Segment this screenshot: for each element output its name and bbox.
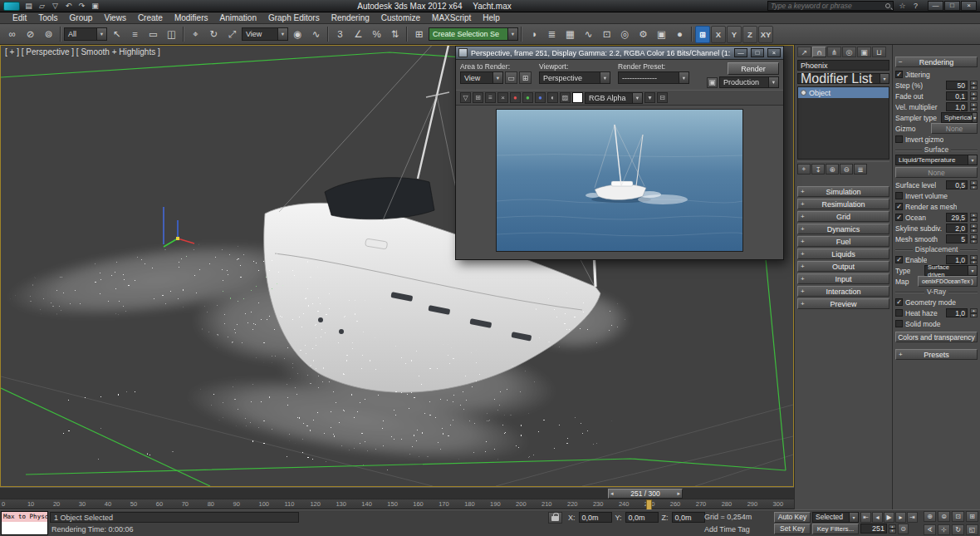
menu-item[interactable]: Group — [64, 12, 99, 23]
chevron-down-icon[interactable]: ▾ — [492, 72, 502, 83]
previous-frame-arrow-icon[interactable]: ◂ — [610, 490, 614, 497]
select-and-rotate-icon[interactable]: ↻ — [205, 26, 223, 43]
chevron-down-icon[interactable]: ▾ — [507, 28, 517, 40]
rollout-header[interactable]: + Output — [797, 261, 889, 272]
3ds-max-application-menu-logo[interactable] — [3, 2, 20, 11]
edit-region-icon[interactable]: ▭ — [505, 71, 517, 84]
selection-filter-dropdown[interactable]: All ▾ — [64, 27, 107, 41]
step-field[interactable]: 50 — [946, 81, 968, 90]
background-color-swatch[interactable] — [572, 92, 583, 103]
render-button[interactable]: Render — [728, 62, 779, 75]
snap-toggle-icon[interactable]: 3 — [331, 26, 349, 43]
skyline-subdiv-spinner[interactable]: ▴▾ — [970, 224, 978, 233]
layer-icon[interactable]: ⊟ — [657, 92, 668, 103]
modifier-stack-item[interactable]: Object — [798, 87, 889, 98]
add-time-tag[interactable]: Add Time Tag — [704, 525, 750, 534]
sampler-type-dropdown[interactable]: Spherical▾ — [941, 112, 978, 123]
close-window-icon[interactable]: × — [961, 1, 977, 11]
restrict-x-button[interactable]: X — [711, 26, 726, 43]
configure-modifier-sets-icon[interactable]: ≣ — [854, 164, 867, 175]
minimize-window-icon[interactable]: — — [734, 48, 747, 57]
menu-item[interactable]: Animation — [213, 12, 262, 23]
mesh-smooth-field[interactable]: 5 — [946, 234, 968, 243]
infocenter-search[interactable] — [767, 1, 894, 11]
rendered-frame-titlebar[interactable]: Perspective, frame 251, Display Gamma: 2… — [456, 47, 783, 60]
gizmo-pick-button[interactable]: None — [931, 123, 978, 134]
invert-gizmo-checkbox[interactable] — [895, 135, 903, 143]
title-bar[interactable]: ▤▱▽↶↷▣ Autodesk 3ds Max 2012 x64 Yacht.m… — [0, 0, 980, 12]
modifier-stack[interactable]: Object — [797, 86, 889, 160]
named-selection-set-dropdown[interactable]: Create Selection Se ▾ — [429, 27, 518, 41]
bind-to-space-warp-icon[interactable]: ⊚ — [40, 26, 57, 43]
clear-rendered-frame-icon[interactable]: × — [497, 92, 508, 103]
menu-item[interactable]: Help — [477, 12, 506, 23]
surface-mode-dropdown[interactable]: Liquid/Temperature▾ — [895, 155, 978, 165]
heat-haze-checkbox[interactable] — [895, 309, 903, 317]
chevron-down-icon[interactable]: ▾ — [768, 77, 778, 87]
presets-rollout-header[interactable]: + Presets — [895, 349, 978, 360]
time-slider-button[interactable]: ◂ 251 / 300 ▸ — [608, 489, 683, 499]
create-tab-icon[interactable]: ↗ — [797, 47, 811, 57]
help-icon[interactable]: ? — [909, 1, 922, 11]
fade-out-field[interactable]: 0,1 — [946, 91, 968, 101]
monochrome-icon[interactable]: ◐ — [547, 92, 558, 103]
hierarchy-tab-icon[interactable]: ⋔ — [827, 47, 841, 57]
chevron-down-icon[interactable]: ▾ — [277, 28, 287, 40]
red-channel-icon[interactable]: ● — [510, 92, 521, 103]
vel-multiplier-field[interactable]: 1,0 — [946, 102, 968, 111]
chevron-down-icon[interactable]: ▾ — [849, 513, 858, 522]
rollout-header[interactable]: + Resimulation — [797, 199, 889, 209]
curve-editor-icon[interactable]: ∿ — [580, 26, 597, 43]
skyline-subdiv-field[interactable]: 2,0 — [946, 224, 968, 233]
remove-modifier-icon[interactable]: ⊖ — [840, 164, 853, 175]
heat-haze-spinner[interactable]: ▴▾ — [970, 308, 978, 317]
viewport-label[interactable]: [ + ] [ Perspective ] [ Smooth + Highlig… — [5, 47, 160, 57]
invert-volume-checkbox[interactable] — [895, 192, 903, 199]
rollout-header[interactable]: + Dynamics — [797, 224, 889, 234]
redo-icon[interactable]: ↷ — [76, 1, 88, 11]
schematic-view-icon[interactable]: ⊡ — [598, 26, 615, 43]
step-spinner[interactable]: ▴▾ — [970, 81, 978, 90]
chevron-down-icon[interactable]: ▾ — [600, 72, 610, 83]
restore-window-icon[interactable]: □ — [944, 1, 960, 11]
rollout-header[interactable]: + Liquids — [797, 248, 889, 259]
surface-map-button[interactable]: None — [895, 167, 978, 178]
utilities-tab-icon[interactable]: ⊔ — [872, 47, 886, 57]
track-bar-ticks[interactable]: 0102030405060708090100110120130140150160… — [2, 500, 774, 509]
search-input[interactable] — [771, 2, 883, 10]
chevron-down-icon[interactable]: ▾ — [968, 266, 977, 275]
render-as-mesh-checkbox[interactable]: ✓ — [895, 203, 903, 210]
mesh-smooth-spinner[interactable]: ▴▾ — [970, 234, 978, 243]
menu-item[interactable]: Customize — [375, 12, 426, 23]
menu-item[interactable]: MAXScript — [426, 12, 477, 23]
x-coordinate-field[interactable]: 0,0m — [579, 512, 612, 523]
unlink-selection-icon[interactable]: ⊘ — [22, 26, 39, 43]
selection-lock-toggle[interactable] — [548, 512, 562, 524]
pin-stack-icon[interactable]: ⌖ — [797, 164, 811, 175]
surface-level-spinner[interactable]: ▴▾ — [970, 180, 978, 189]
previous-frame-icon[interactable]: ◂ — [872, 512, 883, 523]
rollout-header[interactable]: + Input — [797, 273, 889, 284]
menu-item[interactable]: Views — [98, 12, 132, 23]
select-and-scale-icon[interactable]: ⤢ — [223, 26, 241, 43]
zoom-extents-all-icon[interactable]: ⊞ — [966, 511, 978, 522]
key-mode-dropdown[interactable]: Selected▾ — [812, 512, 859, 523]
undo-icon[interactable]: ↶ — [62, 1, 75, 11]
percent-snap-icon[interactable]: % — [368, 26, 385, 43]
green-channel-icon[interactable]: ● — [522, 92, 533, 103]
channel-display-dropdown[interactable]: RGB Alpha ▾ — [585, 92, 643, 104]
search-icon[interactable] — [885, 3, 890, 8]
y-coordinate-field[interactable]: 0,0m — [625, 512, 659, 523]
displacement-enable-checkbox[interactable]: ✓ — [895, 256, 903, 263]
ocean-checkbox[interactable]: ✓ — [895, 214, 903, 221]
rollout-header[interactable]: + Interaction — [797, 286, 889, 297]
pan-icon[interactable]: ⊹ — [938, 524, 950, 535]
geometry-mode-checkbox[interactable]: ✓ — [895, 298, 903, 306]
go-to-start-icon[interactable]: ⇤ — [860, 512, 871, 523]
chevron-down-icon[interactable]: ▾ — [968, 155, 977, 165]
surface-level-field[interactable]: 0,5 — [946, 180, 968, 189]
solid-mode-checkbox[interactable] — [895, 320, 903, 327]
rendered-frame-window-icon[interactable]: ▣ — [653, 26, 670, 43]
window-crossing-icon[interactable]: ◫ — [163, 26, 180, 43]
set-key-button[interactable]: Set Key — [774, 524, 811, 534]
